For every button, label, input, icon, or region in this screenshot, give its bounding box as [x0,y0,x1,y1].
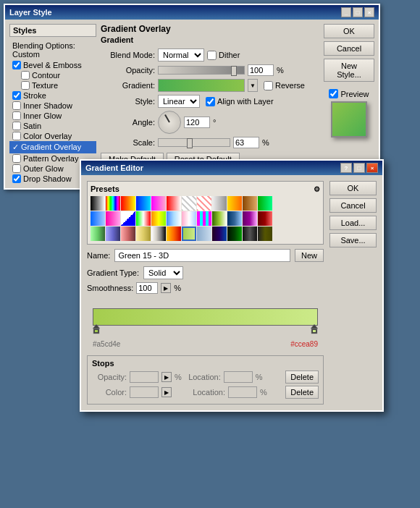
preset-32[interactable] [197,227,211,241]
stop-color-location[interactable] [228,386,257,398]
satin-checkbox[interactable] [12,122,21,130]
preset-36[interactable] [258,227,272,241]
delete-color-stop-btn[interactable]: Delete [285,386,319,399]
preset-1[interactable] [91,196,105,211]
blend-mode-select[interactable]: NormalMultiplyScreen [158,48,204,62]
gradient-type-select[interactable]: SolidNoise [143,266,183,279]
dither-checkbox[interactable] [207,51,217,60]
color-overlay-item[interactable]: Color Overlay [9,131,96,141]
preset-17[interactable] [151,211,166,226]
delete-opacity-stop-btn[interactable]: Delete [285,371,319,384]
preset-34[interactable] [227,227,242,241]
new-gradient-btn[interactable]: New [295,249,324,262]
ge-cancel-btn[interactable]: Cancel [329,198,377,213]
minimize-btn[interactable]: _ [341,7,351,17]
bevel-emboss-checkbox[interactable] [12,61,21,69]
reverse-checkbox[interactable] [264,81,273,90]
stop-color-arrow[interactable]: ▶ [161,387,172,397]
cancel-button[interactable]: Cancel [324,41,374,56]
preset-15[interactable] [121,211,135,226]
bevel-emboss-item[interactable]: Bevel & Emboss [9,60,96,70]
preset-4[interactable] [136,196,151,211]
preset-28[interactable] [136,227,151,241]
preset-23[interactable] [243,211,257,226]
inner-glow-checkbox[interactable] [12,111,21,120]
outer-glow-checkbox[interactable] [12,164,21,173]
preset-8[interactable] [197,196,211,211]
color-overlay-checkbox[interactable] [12,132,21,140]
preset-29[interactable] [151,227,166,241]
inner-glow-item[interactable]: Inner Glow [9,111,96,121]
color-stop-left[interactable] [93,324,100,336]
preset-30[interactable] [167,227,181,241]
preset-12[interactable] [258,196,272,211]
gradient-preview[interactable] [158,79,245,92]
ge-new-icon[interactable]: □ [353,163,365,173]
ge-close-icon[interactable]: × [366,163,378,173]
presets-gear-icon[interactable]: ⚙ [314,185,320,193]
gradient-dropdown-btn[interactable]: ▼ [248,79,258,92]
preset-9[interactable] [212,196,227,211]
stop-opacity-location[interactable] [224,371,253,383]
preset-5[interactable] [151,196,166,211]
maximize-btn[interactable]: □ [353,7,363,17]
blending-options-item[interactable]: Blending Options: Custom [9,40,96,60]
gradient-bar[interactable] [93,308,318,326]
close-btn[interactable]: × [364,7,374,17]
contour-item[interactable]: Contour [9,70,96,80]
inner-shadow-checkbox[interactable] [12,101,21,110]
texture-item[interactable]: Texture [9,80,96,90]
preset-active[interactable] [182,227,196,241]
preset-24[interactable] [258,211,272,226]
preset-3[interactable] [121,196,135,211]
pattern-overlay-checkbox[interactable] [12,154,21,163]
ge-ok-btn[interactable]: OK [329,181,377,195]
angle-input[interactable] [184,117,210,128]
ge-save-btn[interactable]: Save... [329,233,377,247]
ge-load-btn[interactable]: Load... [329,216,377,230]
opacity-input[interactable] [248,64,274,76]
style-select[interactable]: LinearRadialAngle [158,95,200,108]
preset-21[interactable] [212,211,227,226]
preset-2[interactable] [106,196,120,211]
preset-14[interactable] [106,211,120,226]
stop-opacity-input[interactable] [130,371,159,383]
preview-checkbox[interactable] [329,89,338,98]
angle-dial[interactable] [158,111,181,134]
preset-35[interactable] [243,227,257,241]
preset-6[interactable] [167,196,181,211]
texture-checkbox[interactable] [21,81,30,90]
gradient-overlay-item[interactable]: ✓ Gradient Overlay [9,141,96,153]
contour-checkbox[interactable] [21,71,30,80]
stroke-item[interactable]: Stroke [9,90,96,101]
preset-11[interactable] [243,196,257,211]
name-input[interactable] [114,249,290,262]
stroke-checkbox[interactable] [12,91,21,100]
stop-color-input[interactable] [130,386,159,398]
preset-16[interactable] [136,211,151,226]
new-style-button[interactable]: New Style... [324,59,374,82]
preset-18[interactable] [167,211,181,226]
preset-7[interactable] [182,196,196,211]
ok-button[interactable]: OK [324,24,374,38]
preset-20[interactable] [197,211,211,226]
preset-10[interactable] [227,196,242,211]
drop-shadow-checkbox[interactable] [12,174,21,183]
color-stop-right[interactable] [311,324,318,336]
stop-opacity-arrow[interactable]: ▶ [161,372,172,382]
opacity-slider[interactable] [158,66,245,75]
preset-22[interactable] [227,211,242,226]
smoothness-input[interactable] [136,282,158,294]
preset-19[interactable] [182,211,196,226]
preset-25[interactable] [91,227,105,241]
satin-item[interactable]: Satin [9,121,96,131]
inner-shadow-item[interactable]: Inner Shadow [9,101,96,111]
preset-33[interactable] [212,227,227,241]
scale-slider[interactable] [158,138,230,147]
scale-input[interactable] [233,137,259,148]
smoothness-arrow-btn[interactable]: ▶ [161,283,171,293]
preset-27[interactable] [121,227,135,241]
preset-26[interactable] [106,227,120,241]
ge-help-icon[interactable]: ? [340,163,352,173]
align-layer-checkbox[interactable] [206,97,215,106]
